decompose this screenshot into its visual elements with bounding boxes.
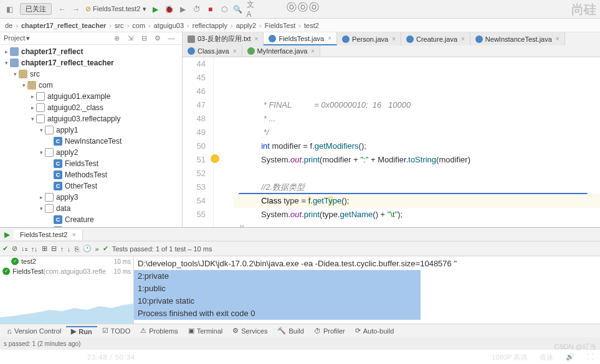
close-tab-icon[interactable]: × bbox=[255, 35, 259, 42]
coverage-icon[interactable]: ▶ bbox=[178, 4, 188, 14]
translate-icon[interactable]: 文A bbox=[247, 4, 257, 14]
git-icon[interactable]: ⬡ bbox=[219, 4, 229, 14]
code-line[interactable]: System.out.print(type.getName() + "\t"); bbox=[234, 208, 600, 222]
code-line[interactable] bbox=[234, 167, 600, 180]
tree-item[interactable]: COtherTest bbox=[0, 180, 182, 192]
tree-item[interactable]: ▾chapter17_reflect_teacher bbox=[0, 57, 182, 68]
line-number[interactable]: 48 bbox=[183, 112, 206, 126]
sort-icon[interactable]: ↓₂ bbox=[21, 245, 27, 253]
breadcrumb-segment[interactable]: apply2 bbox=[235, 22, 257, 29]
line-number[interactable]: 45 bbox=[183, 71, 206, 85]
breadcrumb-segment[interactable]: com bbox=[131, 22, 146, 29]
tree-arrow-icon[interactable]: ▸ bbox=[2, 49, 10, 55]
console-output[interactable]: D:\develop_tools\JDK\jdk-17.0.2\bin\java… bbox=[134, 256, 600, 324]
tool-window-button[interactable]: ⏱Profiler bbox=[309, 327, 350, 335]
close-tab-icon[interactable]: × bbox=[311, 48, 315, 55]
breadcrumb-segment[interactable]: FieldsTest bbox=[264, 22, 297, 29]
hide-icon[interactable]: — bbox=[166, 33, 176, 43]
breadcrumb-segment[interactable]: de bbox=[4, 22, 14, 29]
tree-item[interactable]: ▾apply1 bbox=[0, 124, 182, 136]
settings-icon[interactable]: ⚙ bbox=[153, 33, 163, 43]
editor-tab[interactable]: Class.java× bbox=[183, 45, 242, 57]
tree-item[interactable]: CNewInstanceTest bbox=[0, 136, 182, 147]
tree-item[interactable]: CMyAnnotation bbox=[0, 225, 182, 227]
select-file-icon[interactable]: ⊕ bbox=[112, 33, 121, 43]
line-number[interactable]: 53 bbox=[183, 180, 206, 194]
editor-tab[interactable]: Creature.java× bbox=[401, 32, 470, 45]
profile-icon[interactable]: ⏱ bbox=[192, 4, 202, 14]
search-icon[interactable]: 🔍 bbox=[233, 4, 243, 14]
test-tree-item[interactable]: ✓test2 10 ms bbox=[0, 256, 133, 266]
editor-tab[interactable]: FieldsTest.java× bbox=[264, 32, 337, 45]
line-number[interactable]: 50 bbox=[183, 139, 206, 153]
tree-item[interactable]: ▸chapter17_reflect bbox=[0, 46, 182, 57]
close-tab-icon[interactable]: × bbox=[328, 35, 331, 42]
intention-bulb-icon[interactable] bbox=[211, 154, 219, 163]
tree-item[interactable]: ▸atguigu02._class bbox=[0, 102, 182, 113]
code-line[interactable]: // bbox=[234, 222, 600, 227]
prev-icon[interactable]: ↑ bbox=[60, 245, 64, 253]
code-editor[interactable]: 444546474849505152535455 * FINAL = 0x000… bbox=[183, 57, 600, 227]
next-icon[interactable]: ↓ bbox=[67, 245, 71, 253]
tree-item[interactable]: CFieldsTest bbox=[0, 158, 182, 169]
forward-icon[interactable]: → bbox=[71, 4, 81, 14]
breadcrumb-segment[interactable]: reflectapply bbox=[191, 22, 229, 29]
tree-item[interactable]: ▾apply2 bbox=[0, 147, 182, 158]
editor-tab[interactable]: 03-反射的应用.txt× bbox=[183, 32, 264, 45]
test-tree[interactable]: ✓test2 10 ms✓FieldsTest (com.atguigu03.r… bbox=[0, 256, 134, 324]
tree-item[interactable]: CCreature bbox=[0, 214, 182, 225]
tree-arrow-icon[interactable]: ▾ bbox=[20, 82, 27, 88]
test-tree-item[interactable]: ✓FieldsTest (com.atguigu03.refle10 ms bbox=[0, 266, 133, 276]
code-content[interactable]: * FINAL = 0x00000010; 16 10000 * ... */ … bbox=[234, 57, 600, 227]
history-icon[interactable]: 🕐 bbox=[83, 245, 92, 253]
code-line[interactable]: */ bbox=[234, 126, 600, 139]
close-tab-icon[interactable]: × bbox=[461, 35, 465, 42]
tool-window-button[interactable]: ⟳Auto-build bbox=[350, 327, 399, 335]
tree-item[interactable]: CMethodsTest bbox=[0, 169, 182, 180]
code-line[interactable]: Class type = f.getType(); bbox=[234, 194, 600, 208]
back-icon[interactable]: ← bbox=[57, 4, 67, 14]
tree-arrow-icon[interactable]: ▾ bbox=[29, 116, 36, 122]
tree-arrow-icon[interactable]: ▾ bbox=[2, 60, 10, 66]
tool-window-button[interactable]: ⎌Version Control bbox=[2, 327, 66, 335]
line-number[interactable]: 47 bbox=[183, 98, 206, 112]
tool-window-button[interactable]: ▶Run bbox=[66, 326, 97, 335]
tree-arrow-icon[interactable]: ▸ bbox=[29, 105, 36, 111]
run-tab[interactable]: FieldsTest.test2 × bbox=[14, 230, 83, 240]
tree-arrow-icon[interactable]: ▸ bbox=[37, 194, 45, 200]
collapse-all-icon[interactable]: ⊟ bbox=[51, 245, 57, 253]
collapse-icon[interactable]: ⊟ bbox=[139, 33, 149, 43]
line-number[interactable]: 44 bbox=[183, 57, 206, 71]
tool-window-button[interactable]: 🔨Build bbox=[272, 327, 308, 335]
tree-arrow-icon[interactable]: ▾ bbox=[37, 127, 45, 133]
tree-arrow-icon[interactable]: ▾ bbox=[37, 149, 45, 156]
run-config-selector[interactable]: ⊘ FieldsTest.test2 ▾ bbox=[83, 5, 149, 13]
breadcrumb-segment[interactable]: chapter17_reflect_teacher bbox=[20, 22, 107, 29]
tree-item[interactable]: ▸atguigu01.example bbox=[0, 91, 182, 102]
editor-tab[interactable]: Person.java× bbox=[337, 32, 401, 45]
line-number[interactable]: 46 bbox=[183, 85, 206, 98]
run-icon[interactable]: ▶ bbox=[151, 4, 161, 14]
tool-window-button[interactable]: ☑TODO bbox=[97, 327, 136, 335]
breadcrumb-segment[interactable]: test2 bbox=[303, 22, 320, 29]
code-line[interactable]: int modifier = f.getModifiers(); bbox=[234, 139, 600, 153]
tree-item[interactable]: ▾src bbox=[0, 68, 182, 80]
breadcrumb-segment[interactable]: src bbox=[113, 22, 125, 29]
line-number[interactable]: 49 bbox=[183, 126, 206, 139]
close-tab-icon[interactable]: × bbox=[233, 48, 237, 55]
export-icon[interactable]: ⎘ bbox=[75, 245, 79, 253]
follow-button[interactable]: 已关注 bbox=[20, 3, 52, 15]
tree-item[interactable]: ▾data bbox=[0, 203, 182, 214]
tree-arrow-icon[interactable]: ▾ bbox=[37, 205, 45, 212]
stop-icon[interactable]: ■ bbox=[206, 4, 216, 14]
tree-item[interactable]: ▾com bbox=[0, 80, 182, 91]
code-line[interactable]: System.out.print(modifier + ":" + Modifi… bbox=[234, 153, 600, 167]
expand-icon[interactable]: ⇲ bbox=[125, 33, 135, 43]
tree-arrow-icon[interactable]: ▾ bbox=[11, 71, 19, 77]
tool-window-button[interactable]: ⚙Services bbox=[227, 327, 272, 335]
expand-all-icon[interactable]: ⊞ bbox=[42, 245, 47, 253]
tree-arrow-icon[interactable]: ▸ bbox=[29, 93, 36, 100]
editor-tab[interactable]: NewInstanceTest.java× bbox=[470, 32, 565, 45]
editor-tab[interactable]: MyInterface.java× bbox=[242, 45, 321, 57]
tree-item[interactable]: ▾atguigu03.reflectapply bbox=[0, 113, 182, 124]
